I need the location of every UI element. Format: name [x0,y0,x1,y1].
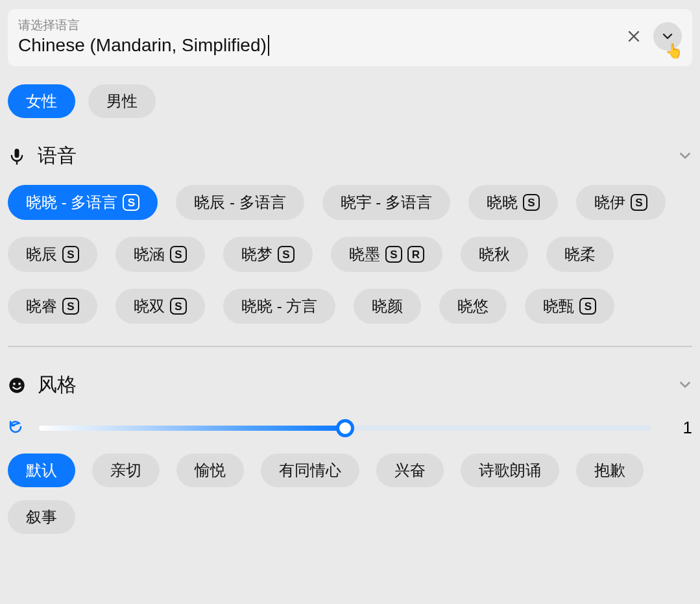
voice-pill[interactable]: 晓悠 [439,289,507,324]
voice-label: 晓晓 - 多语言 [26,195,117,210]
voice-pill[interactable]: 晓墨SR [331,237,442,272]
voice-label: 晓宇 - 多语言 [341,195,432,210]
voice-pill[interactable]: 晓涵S [115,237,205,272]
style-pill[interactable]: 亲切 [92,453,160,487]
style-label: 兴奋 [394,463,426,478]
svg-point-4 [18,382,21,385]
voice-label: 晓辰 [26,247,57,262]
style-label: 诗歌朗诵 [479,463,541,478]
voice-pill[interactable]: 晓宇 - 多语言 [322,185,450,220]
voice-pill[interactable]: 晓辰 - 多语言 [176,185,304,220]
voice-label: 晓晓 - 方言 [241,298,317,314]
style-pill[interactable]: 默认 [8,453,75,487]
style-label: 默认 [26,463,57,478]
gender-label: 男性 [106,93,138,109]
svg-point-2 [9,378,24,393]
style-row: 默认亲切愉悦有同情心兴奋诗歌朗诵抱歉叙事 [8,453,692,534]
reset-icon [8,419,23,435]
style-label: 抱歉 [594,463,625,478]
slider-fill [39,426,345,431]
style-pill[interactable]: 兴奋 [376,453,444,487]
badge-s: S [123,194,139,211]
microphone-icon [8,147,26,165]
cursor-icon: 👆 [665,43,682,60]
voice-pill[interactable]: 晓双S [115,289,205,324]
voice-pill[interactable]: 晓晓 - 方言 [223,289,335,324]
gender-pill[interactable]: 男性 [88,84,156,118]
voice-label: 晓伊 [594,195,625,210]
voice-label: 晓悠 [457,298,489,314]
badge-s: S [62,298,79,315]
voice-label: 晓墨 [349,247,380,262]
style-section-title: 风格 [38,372,666,398]
voice-row: 晓晓 - 多语言S晓辰 - 多语言晓宇 - 多语言晓晓S晓伊S晓辰S晓涵S晓梦S… [8,185,692,324]
style-slider-row: 1 [8,418,692,438]
badge-s: S [170,298,187,315]
badge-s: S [631,194,647,211]
voice-pill[interactable]: 晓辰S [8,237,97,272]
style-label: 叙事 [26,509,57,525]
voice-section-collapse[interactable] [678,145,692,167]
voice-pill[interactable]: 晓颜 [354,289,421,324]
voice-pill[interactable]: 晓秋 [461,237,528,272]
style-pill[interactable]: 愉悦 [176,453,244,487]
clear-button[interactable] [620,22,648,51]
style-slider-value: 1 [666,418,692,438]
voice-label: 晓梦 [241,247,272,262]
badge-s: S [385,246,402,263]
chevron-down-icon [661,30,674,43]
gender-label: 女性 [26,93,57,109]
style-label: 愉悦 [195,463,226,478]
badge-s: S [278,246,295,263]
voice-label: 晓双 [134,298,165,314]
chevron-down-icon [678,149,692,163]
badge-s: S [62,246,79,263]
voice-pill[interactable]: 晓晓S [468,185,558,220]
style-pill[interactable]: 诗歌朗诵 [461,453,559,487]
voice-pill[interactable]: 晓甄S [525,289,614,324]
voice-label: 晓辰 - 多语言 [194,195,285,210]
style-label: 有同情心 [279,463,341,478]
voice-label: 晓颜 [372,298,403,314]
style-pill[interactable]: 叙事 [8,500,75,534]
voice-section-title: 语音 [38,143,666,169]
voice-section-header: 语音 [8,143,692,169]
voice-pill[interactable]: 晓梦S [223,237,313,272]
voice-label: 晓涵 [134,247,165,262]
voice-label: 晓秋 [479,247,510,262]
voice-pill[interactable]: 晓伊S [576,185,666,220]
reset-slider-button[interactable] [8,419,23,437]
style-slider[interactable] [39,426,651,431]
voice-label: 晓睿 [26,298,57,314]
language-select[interactable]: 请选择语言 Chinese (Mandarin, Simplified) 👆 [8,9,692,66]
style-label: 亲切 [110,463,141,478]
voice-pill[interactable]: 晓睿S [8,289,97,324]
style-pill[interactable]: 有同情心 [261,453,359,487]
badge-s: S [579,298,596,315]
slider-thumb[interactable] [336,419,354,437]
badge-s: S [523,194,540,211]
style-pill[interactable]: 抱歉 [576,453,644,487]
gender-pill[interactable]: 女性 [8,84,75,118]
voice-pill[interactable]: 晓柔 [546,237,614,272]
badge-s: S [170,246,187,263]
gender-row: 女性男性 [8,84,692,118]
section-divider [8,346,692,347]
chevron-down-icon [678,378,692,392]
voice-label: 晓柔 [564,247,596,262]
style-section-header: 风格 [8,372,692,398]
voice-label: 晓甄 [543,298,574,314]
close-icon [627,30,640,43]
svg-point-3 [13,382,16,385]
style-section-collapse[interactable] [678,374,692,396]
voice-pill[interactable]: 晓晓 - 多语言S [8,185,158,220]
language-placeholder: 请选择语言 [18,17,614,34]
dropdown-button[interactable]: 👆 [653,22,682,51]
svg-rect-0 [15,149,19,158]
smile-icon [8,376,26,394]
voice-label: 晓晓 [487,195,518,210]
badge-r: R [407,246,424,263]
language-value: Chinese (Mandarin, Simplified) [18,35,269,56]
